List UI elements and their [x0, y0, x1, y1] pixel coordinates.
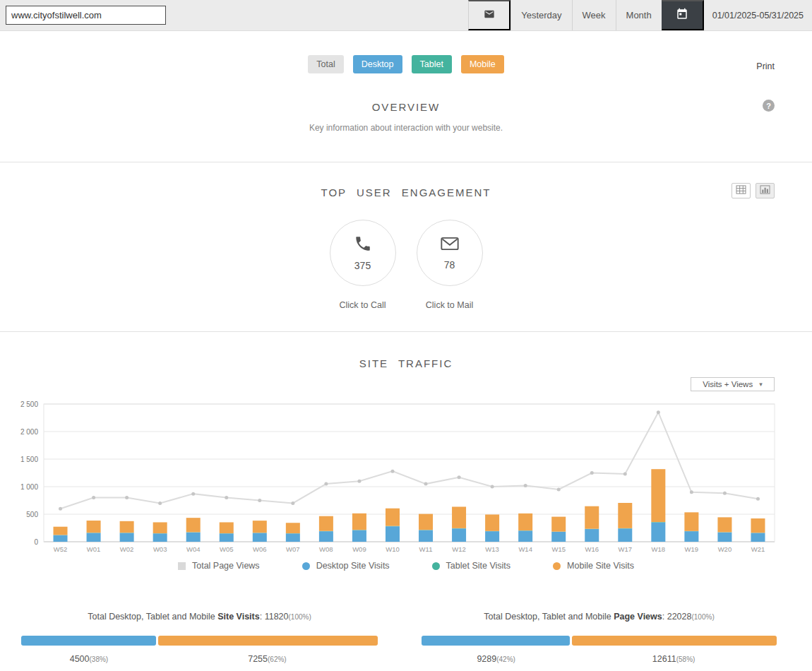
svg-text:1 500: 1 500	[20, 456, 38, 463]
svg-text:W20: W20	[718, 545, 732, 553]
site-traffic-chart: W52W01W02W03W04W05W06W07W08W09W10W11W12W…	[0, 391, 812, 555]
filter-mobile-button[interactable]: Mobile	[461, 55, 504, 73]
trend-dot	[657, 410, 660, 414]
bar-segment	[585, 529, 599, 542]
trend-dot	[424, 482, 428, 486]
overview-title: OVERVIEW	[0, 101, 812, 113]
summary-title-bold: Page Views	[614, 612, 662, 622]
bar-segment	[286, 523, 300, 533]
month-button[interactable]: Month	[616, 0, 662, 30]
bar-segment	[286, 533, 300, 542]
bar-segment	[419, 530, 433, 542]
legend-item[interactable]: Desktop Site Visits	[302, 561, 390, 571]
bar-segment	[618, 528, 632, 542]
overview-section: OVERVIEW Key information about interacti…	[0, 85, 812, 162]
calendar-button[interactable]	[662, 0, 704, 30]
week-button[interactable]: Week	[572, 0, 616, 30]
bar-segment	[54, 535, 68, 542]
site-visits-summary: Total Desktop, Tablet and Mobile Site Vi…	[0, 612, 406, 664]
legend-marker	[432, 562, 440, 570]
bar-segment	[618, 503, 632, 528]
page-views-summary: Total Desktop, Tablet and Mobile Page Vi…	[406, 612, 812, 664]
svg-text:0: 0	[34, 538, 38, 546]
desktop-views-value: 9289(42%)	[422, 654, 571, 664]
svg-text:W52: W52	[54, 545, 68, 553]
trend-dot	[324, 482, 328, 486]
bar-segment	[551, 517, 566, 532]
click-to-call-circle[interactable]: 375	[330, 220, 396, 286]
svg-text:W13: W13	[485, 545, 499, 553]
yesterday-button[interactable]: Yesterday	[511, 0, 571, 30]
svg-text:W03: W03	[153, 545, 167, 553]
bar-segment	[220, 533, 234, 542]
bar-segment	[186, 533, 201, 542]
site-visits-bar	[21, 636, 378, 646]
bar-segment	[220, 522, 234, 533]
bar-segment	[419, 514, 433, 530]
trend-dot	[590, 471, 594, 475]
svg-text:1 000: 1 000	[20, 483, 38, 491]
chart-view-button[interactable]	[756, 183, 775, 198]
bar-segment	[684, 531, 698, 542]
bar-segment	[551, 532, 566, 542]
bar-segment	[751, 518, 765, 533]
help-icon[interactable]: ?	[763, 100, 775, 112]
trend-dot	[756, 497, 760, 501]
bar-segment	[518, 513, 532, 530]
bar-chart-icon	[760, 185, 770, 196]
overview-subtitle: Key information about interaction with y…	[0, 123, 812, 133]
envelope-icon	[440, 235, 460, 255]
trend-dot	[258, 499, 261, 502]
device-filter-row: Total Desktop Tablet Mobile Print	[0, 31, 812, 85]
chart-legend: Total Page ViewsDesktop Site VisitsTable…	[0, 561, 812, 571]
summary-title-value: : 22028	[662, 612, 692, 622]
table-view-button[interactable]	[732, 183, 751, 198]
bar-segment	[485, 514, 499, 530]
filter-desktop-button[interactable]: Desktop	[353, 55, 402, 73]
page-views-summary-title: Total Desktop, Tablet and Mobile Page Vi…	[422, 612, 777, 622]
bar-segment	[651, 523, 665, 542]
bar-segment	[651, 522, 665, 523]
filter-total-button[interactable]: Total	[308, 55, 343, 73]
filter-tablet-button[interactable]: Tablet	[412, 55, 452, 73]
trend-dot	[623, 473, 627, 476]
trend-dot	[191, 492, 195, 496]
mobile-visits-value: 7255(62%)	[157, 654, 378, 664]
svg-text:W02: W02	[120, 545, 134, 553]
summary-title-value: : 11820	[260, 612, 289, 622]
trend-dot	[125, 496, 129, 499]
bar-segment	[87, 521, 101, 533]
summary-title-prefix: Total Desktop, Tablet and Mobile	[484, 612, 614, 622]
bar-segment	[153, 522, 167, 533]
site-visits-summary-title: Total Desktop, Tablet and Mobile Site Vi…	[21, 612, 378, 622]
engagement-section: TOP USER ENGAGEMENT 375 78 Click to C	[0, 162, 812, 332]
bar-segment	[186, 518, 201, 532]
legend-item[interactable]: Tablet Site Visits	[432, 561, 511, 571]
bar-segment	[87, 533, 101, 542]
mail-icon	[482, 8, 496, 22]
url-input[interactable]	[6, 6, 166, 25]
mobile-visits-segment	[158, 636, 378, 646]
svg-text:W21: W21	[751, 545, 765, 553]
legend-label: Total Page Views	[192, 561, 260, 571]
legend-item[interactable]: Total Page Views	[178, 561, 260, 571]
svg-text:W18: W18	[652, 545, 666, 553]
legend-item[interactable]: Mobile Site Visits	[553, 561, 634, 571]
svg-text:W19: W19	[685, 545, 699, 553]
bar-segment	[319, 531, 333, 542]
page-views-numbers: 9289(42%) 12611(58%)	[422, 654, 777, 664]
legend-label: Desktop Site Visits	[316, 561, 390, 571]
bar-segment	[386, 526, 400, 542]
date-range-label: 01/01/2025-05/31/2025	[704, 0, 812, 30]
print-link[interactable]: Print	[756, 61, 775, 71]
engagement-circles: 375 78	[0, 220, 812, 286]
svg-text:W11: W11	[419, 545, 433, 553]
svg-text:W07: W07	[286, 545, 300, 553]
metric-dropdown[interactable]: Visits + Views ▾	[691, 377, 775, 391]
mail-report-button[interactable]	[468, 0, 511, 30]
desktop-views-segment	[422, 636, 570, 646]
bar-segment	[717, 533, 732, 542]
click-to-mail-circle[interactable]: 78	[417, 220, 483, 286]
bar-segment	[585, 506, 599, 529]
trend-dot	[92, 496, 95, 499]
